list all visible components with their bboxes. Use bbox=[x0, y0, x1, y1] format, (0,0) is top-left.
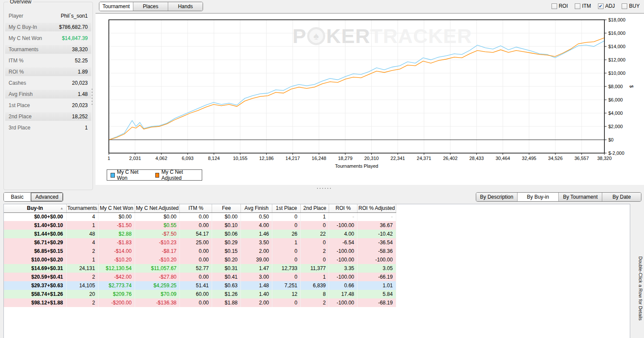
table-cell: 1 bbox=[301, 212, 329, 221]
table-cell: -$10.20 bbox=[135, 255, 179, 264]
table-cell: $0.00 bbox=[98, 212, 135, 221]
table-cell: -$200.00 bbox=[98, 298, 135, 307]
checkbox-adj[interactable]: ✔ADJ bbox=[598, 3, 615, 9]
column-header-tournaments[interactable]: Tournaments bbox=[66, 204, 98, 212]
table-cell: $98.12+$1.88 bbox=[4, 298, 66, 307]
table-row[interactable]: $20.59+$0.412-$42.00-$27.800.00$0.413.00… bbox=[4, 273, 396, 281]
svg-text:4,062: 4,062 bbox=[155, 156, 167, 161]
column-header-my-c-net-adjusted[interactable]: My C Net Adjusted bbox=[135, 204, 179, 212]
table-cell: -$27.80 bbox=[135, 273, 179, 281]
checkbox-box[interactable] bbox=[575, 3, 580, 9]
checkbox-box[interactable]: ✔ bbox=[598, 3, 604, 9]
tab-basic[interactable]: Basic bbox=[4, 193, 31, 201]
svg-text:$0: $0 bbox=[608, 137, 613, 142]
button-by-description[interactable]: By Description bbox=[476, 193, 517, 201]
tab-tournament[interactable]: Tournament bbox=[99, 2, 133, 11]
table-cell: 0.00 bbox=[180, 212, 212, 221]
table-cell: 1 bbox=[66, 221, 98, 230]
table-row[interactable]: $6.85+$0.152-$14.00-$8.170.00$0.152.0002… bbox=[4, 247, 396, 255]
table-cell: 39.00 bbox=[241, 255, 272, 264]
table-cell: -$10.23 bbox=[135, 238, 179, 247]
tab-places[interactable]: Places bbox=[133, 2, 168, 11]
table-cell: $0.20 bbox=[212, 255, 241, 264]
table-cell: $6.71+$0.29 bbox=[4, 238, 66, 247]
checkbox-box[interactable] bbox=[622, 3, 627, 9]
svg-text:$10,000: $10,000 bbox=[608, 71, 626, 76]
table-cell: -58.36 bbox=[357, 247, 396, 255]
stat-label: ITM % bbox=[9, 58, 24, 64]
button-by-date[interactable]: By Date bbox=[602, 193, 641, 201]
table-cell: -6.54 bbox=[329, 238, 357, 247]
checkbox-label: ROI bbox=[559, 3, 568, 9]
svg-text:12,186: 12,186 bbox=[259, 156, 274, 161]
svg-text:1: 1 bbox=[108, 156, 110, 161]
chart-option-checkboxes: ROIITM✔ADJBUY bbox=[552, 3, 640, 9]
overview-stat-row: Cashes20,023 bbox=[5, 79, 91, 87]
table-cell: 2 bbox=[66, 247, 98, 255]
column-header-itm-[interactable]: ITM % bbox=[180, 204, 212, 212]
column-header-my-c-net-won[interactable]: My C Net Won bbox=[98, 204, 135, 212]
sidebar-splitter-handle[interactable] bbox=[91, 88, 93, 105]
checkbox-buy[interactable]: BUY bbox=[622, 3, 640, 9]
table-cell: 52.77 bbox=[180, 264, 212, 273]
table-cell: 51.41 bbox=[180, 281, 212, 290]
button-by-tournament[interactable]: By Tournament bbox=[558, 193, 602, 201]
table-row[interactable]: $0.00+$0.004$0.00$0.000.00$0.000.5001-- bbox=[4, 212, 396, 221]
overview-stat-row: ROI %1.89 bbox=[5, 68, 91, 76]
checkbox-box[interactable] bbox=[552, 3, 557, 9]
table-row[interactable]: $6.71+$0.294-$1.83-$10.2325.00$0.293.501… bbox=[4, 238, 396, 247]
table-cell: -66.19 bbox=[357, 273, 396, 281]
table-cell: 14,105 bbox=[66, 281, 98, 290]
panel-splitter-handle[interactable] bbox=[316, 187, 331, 189]
checkbox-itm[interactable]: ITM bbox=[575, 3, 591, 9]
table-cell: 1.40 bbox=[241, 290, 272, 298]
column-header-fee[interactable]: Fee bbox=[212, 204, 241, 212]
table-row[interactable]: $14.69+$0.3124,131$12,130.54$11,057.6752… bbox=[4, 264, 396, 273]
table-row[interactable]: $58.74+$1.2620$209.76$70.0960.00$1.261.4… bbox=[4, 290, 396, 298]
table-cell: $6.85+$0.15 bbox=[4, 247, 66, 255]
column-header-roi-[interactable]: ROI % bbox=[329, 204, 357, 212]
legend-label: My C Net Adjusted bbox=[161, 169, 198, 181]
table-cell: $0.63 bbox=[212, 281, 241, 290]
stat-value: 18,252 bbox=[72, 114, 88, 120]
table-cell: -$1.50 bbox=[98, 221, 135, 230]
svg-text:$-2,000: $-2,000 bbox=[608, 151, 624, 156]
column-header-roi-adjusted[interactable]: ROI % Adjusted bbox=[357, 204, 396, 212]
watermark-text: P bbox=[293, 24, 306, 48]
table-cell: 1.01 bbox=[357, 281, 396, 290]
button-by-buy-in[interactable]: By Buy-in bbox=[517, 193, 558, 201]
legend-item: My C Net Adjusted bbox=[155, 169, 198, 181]
column-header-avg-finish[interactable]: Avg Finish bbox=[241, 204, 272, 212]
checkbox-roi[interactable]: ROI bbox=[552, 3, 568, 9]
table-cell: 12,733 bbox=[272, 264, 301, 273]
series-my-c-net-won bbox=[109, 41, 604, 140]
table-row[interactable]: $1.44+$0.0648$2.88-$7.5054.17$0.061.4626… bbox=[4, 230, 396, 238]
stat-label: My C Net Won bbox=[9, 35, 42, 41]
svg-text:18,279: 18,279 bbox=[338, 156, 353, 161]
table-cell: 2 bbox=[301, 298, 329, 307]
column-header-1st-place[interactable]: 1st Place bbox=[272, 204, 301, 212]
table-cell: 1 bbox=[66, 255, 98, 264]
table-cell: 3.00 bbox=[241, 273, 272, 281]
buyin-results-table: Buy-In▲TournamentsMy C Net WonMy C Net A… bbox=[4, 204, 396, 307]
svg-text:24,371: 24,371 bbox=[417, 156, 431, 161]
svg-text:$6,000: $6,000 bbox=[608, 97, 623, 102]
table-cell: -100.00 bbox=[329, 247, 357, 255]
column-header-buy-in[interactable]: Buy-In▲ bbox=[4, 204, 66, 212]
table-cell: 2 bbox=[66, 273, 98, 281]
table-row[interactable]: $10.00+$0.201-$10.20-$10.200.00$0.2039.0… bbox=[4, 255, 396, 264]
column-header-2nd-place[interactable]: 2nd Place bbox=[301, 204, 329, 212]
table-cell: 0.00 bbox=[180, 221, 212, 230]
table-cell: 0 bbox=[272, 221, 301, 230]
tab-hands[interactable]: Hands bbox=[168, 2, 203, 11]
stat-value: $786,682.70 bbox=[59, 24, 88, 30]
table-row[interactable]: $98.12+$1.882-$200.00-$136.380.00$1.882.… bbox=[4, 298, 396, 307]
table-row[interactable]: $29.37+$0.6314,105$2,773.74$4,259.2551.4… bbox=[4, 281, 396, 290]
table-cell: - bbox=[329, 212, 357, 221]
svg-text:8,124: 8,124 bbox=[208, 156, 220, 161]
table-cell: 3.50 bbox=[241, 238, 272, 247]
table-cell: $0.41 bbox=[212, 273, 241, 281]
table-row[interactable]: $1.40+$0.101-$1.50$0.550.00$0.104.0000-1… bbox=[4, 221, 396, 230]
svg-text:$12,000: $12,000 bbox=[608, 57, 626, 62]
tab-advanced[interactable]: Advanced bbox=[31, 193, 63, 201]
